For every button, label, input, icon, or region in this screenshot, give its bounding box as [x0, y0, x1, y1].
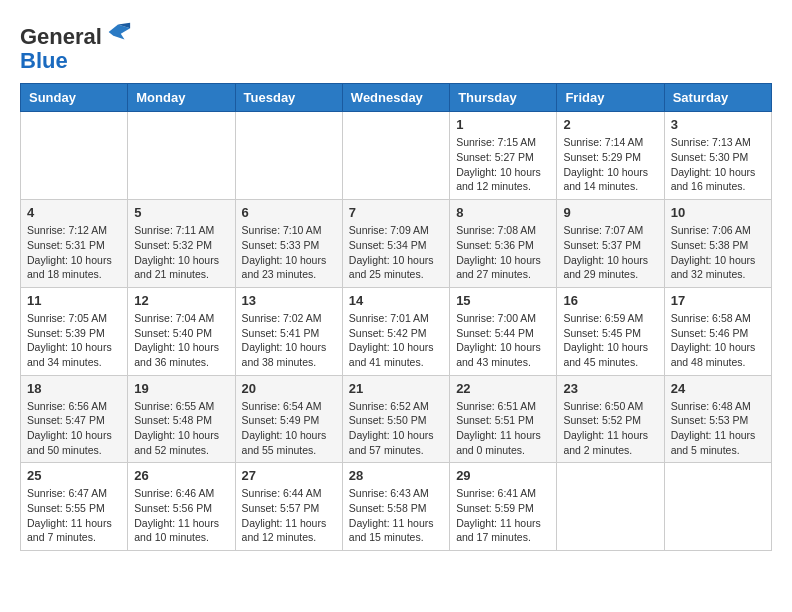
- calendar-cell: 13Sunrise: 7:02 AM Sunset: 5:41 PM Dayli…: [235, 287, 342, 375]
- day-number: 23: [563, 381, 657, 396]
- day-number: 20: [242, 381, 336, 396]
- day-info: Sunrise: 7:12 AM Sunset: 5:31 PM Dayligh…: [27, 223, 121, 282]
- day-number: 25: [27, 468, 121, 483]
- calendar-cell: 24Sunrise: 6:48 AM Sunset: 5:53 PM Dayli…: [664, 375, 771, 463]
- day-info: Sunrise: 7:10 AM Sunset: 5:33 PM Dayligh…: [242, 223, 336, 282]
- day-number: 21: [349, 381, 443, 396]
- calendar-cell: 21Sunrise: 6:52 AM Sunset: 5:50 PM Dayli…: [342, 375, 449, 463]
- calendar-cell: 15Sunrise: 7:00 AM Sunset: 5:44 PM Dayli…: [450, 287, 557, 375]
- day-number: 19: [134, 381, 228, 396]
- calendar-cell: 27Sunrise: 6:44 AM Sunset: 5:57 PM Dayli…: [235, 463, 342, 551]
- calendar-cell: 5Sunrise: 7:11 AM Sunset: 5:32 PM Daylig…: [128, 200, 235, 288]
- day-number: 13: [242, 293, 336, 308]
- day-info: Sunrise: 6:56 AM Sunset: 5:47 PM Dayligh…: [27, 399, 121, 458]
- calendar-cell: 26Sunrise: 6:46 AM Sunset: 5:56 PM Dayli…: [128, 463, 235, 551]
- day-info: Sunrise: 6:46 AM Sunset: 5:56 PM Dayligh…: [134, 486, 228, 545]
- calendar-cell: [342, 112, 449, 200]
- calendar-cell: 2Sunrise: 7:14 AM Sunset: 5:29 PM Daylig…: [557, 112, 664, 200]
- logo-blue: Blue: [20, 48, 68, 73]
- day-info: Sunrise: 6:41 AM Sunset: 5:59 PM Dayligh…: [456, 486, 550, 545]
- calendar-cell: 25Sunrise: 6:47 AM Sunset: 5:55 PM Dayli…: [21, 463, 128, 551]
- calendar-week-5: 25Sunrise: 6:47 AM Sunset: 5:55 PM Dayli…: [21, 463, 772, 551]
- day-number: 29: [456, 468, 550, 483]
- logo: General Blue: [20, 20, 132, 73]
- calendar-cell: 7Sunrise: 7:09 AM Sunset: 5:34 PM Daylig…: [342, 200, 449, 288]
- logo-bird-icon: [104, 20, 132, 44]
- weekday-header-wednesday: Wednesday: [342, 84, 449, 112]
- day-info: Sunrise: 7:02 AM Sunset: 5:41 PM Dayligh…: [242, 311, 336, 370]
- day-info: Sunrise: 6:59 AM Sunset: 5:45 PM Dayligh…: [563, 311, 657, 370]
- calendar-table: SundayMondayTuesdayWednesdayThursdayFrid…: [20, 83, 772, 551]
- calendar-cell: 4Sunrise: 7:12 AM Sunset: 5:31 PM Daylig…: [21, 200, 128, 288]
- day-number: 27: [242, 468, 336, 483]
- day-info: Sunrise: 6:54 AM Sunset: 5:49 PM Dayligh…: [242, 399, 336, 458]
- calendar-cell: [557, 463, 664, 551]
- day-number: 26: [134, 468, 228, 483]
- day-info: Sunrise: 7:09 AM Sunset: 5:34 PM Dayligh…: [349, 223, 443, 282]
- day-number: 10: [671, 205, 765, 220]
- day-info: Sunrise: 6:44 AM Sunset: 5:57 PM Dayligh…: [242, 486, 336, 545]
- calendar-cell: [235, 112, 342, 200]
- day-info: Sunrise: 7:14 AM Sunset: 5:29 PM Dayligh…: [563, 135, 657, 194]
- calendar-week-3: 11Sunrise: 7:05 AM Sunset: 5:39 PM Dayli…: [21, 287, 772, 375]
- calendar-cell: 3Sunrise: 7:13 AM Sunset: 5:30 PM Daylig…: [664, 112, 771, 200]
- day-number: 5: [134, 205, 228, 220]
- calendar-cell: 22Sunrise: 6:51 AM Sunset: 5:51 PM Dayli…: [450, 375, 557, 463]
- day-number: 12: [134, 293, 228, 308]
- day-number: 16: [563, 293, 657, 308]
- day-number: 24: [671, 381, 765, 396]
- calendar-cell: 8Sunrise: 7:08 AM Sunset: 5:36 PM Daylig…: [450, 200, 557, 288]
- day-number: 7: [349, 205, 443, 220]
- weekday-header-thursday: Thursday: [450, 84, 557, 112]
- day-number: 17: [671, 293, 765, 308]
- day-info: Sunrise: 7:01 AM Sunset: 5:42 PM Dayligh…: [349, 311, 443, 370]
- calendar-cell: 20Sunrise: 6:54 AM Sunset: 5:49 PM Dayli…: [235, 375, 342, 463]
- calendar-cell: 9Sunrise: 7:07 AM Sunset: 5:37 PM Daylig…: [557, 200, 664, 288]
- page-header: General Blue: [20, 20, 772, 73]
- day-info: Sunrise: 6:50 AM Sunset: 5:52 PM Dayligh…: [563, 399, 657, 458]
- day-info: Sunrise: 6:47 AM Sunset: 5:55 PM Dayligh…: [27, 486, 121, 545]
- day-number: 6: [242, 205, 336, 220]
- day-info: Sunrise: 7:00 AM Sunset: 5:44 PM Dayligh…: [456, 311, 550, 370]
- day-number: 2: [563, 117, 657, 132]
- day-info: Sunrise: 7:07 AM Sunset: 5:37 PM Dayligh…: [563, 223, 657, 282]
- day-number: 3: [671, 117, 765, 132]
- day-number: 18: [27, 381, 121, 396]
- calendar-cell: 10Sunrise: 7:06 AM Sunset: 5:38 PM Dayli…: [664, 200, 771, 288]
- day-info: Sunrise: 7:08 AM Sunset: 5:36 PM Dayligh…: [456, 223, 550, 282]
- calendar-week-4: 18Sunrise: 6:56 AM Sunset: 5:47 PM Dayli…: [21, 375, 772, 463]
- calendar-cell: 11Sunrise: 7:05 AM Sunset: 5:39 PM Dayli…: [21, 287, 128, 375]
- day-number: 28: [349, 468, 443, 483]
- calendar-cell: [664, 463, 771, 551]
- day-info: Sunrise: 6:43 AM Sunset: 5:58 PM Dayligh…: [349, 486, 443, 545]
- day-number: 15: [456, 293, 550, 308]
- day-info: Sunrise: 6:52 AM Sunset: 5:50 PM Dayligh…: [349, 399, 443, 458]
- day-number: 8: [456, 205, 550, 220]
- weekday-header-saturday: Saturday: [664, 84, 771, 112]
- weekday-header-tuesday: Tuesday: [235, 84, 342, 112]
- calendar-cell: 17Sunrise: 6:58 AM Sunset: 5:46 PM Dayli…: [664, 287, 771, 375]
- day-info: Sunrise: 7:15 AM Sunset: 5:27 PM Dayligh…: [456, 135, 550, 194]
- calendar-cell: 12Sunrise: 7:04 AM Sunset: 5:40 PM Dayli…: [128, 287, 235, 375]
- day-info: Sunrise: 6:48 AM Sunset: 5:53 PM Dayligh…: [671, 399, 765, 458]
- calendar-cell: 16Sunrise: 6:59 AM Sunset: 5:45 PM Dayli…: [557, 287, 664, 375]
- calendar-cell: 6Sunrise: 7:10 AM Sunset: 5:33 PM Daylig…: [235, 200, 342, 288]
- calendar-cell: 19Sunrise: 6:55 AM Sunset: 5:48 PM Dayli…: [128, 375, 235, 463]
- calendar-cell: 28Sunrise: 6:43 AM Sunset: 5:58 PM Dayli…: [342, 463, 449, 551]
- day-number: 14: [349, 293, 443, 308]
- calendar-cell: [21, 112, 128, 200]
- calendar-week-1: 1Sunrise: 7:15 AM Sunset: 5:27 PM Daylig…: [21, 112, 772, 200]
- weekday-header-friday: Friday: [557, 84, 664, 112]
- day-info: Sunrise: 7:05 AM Sunset: 5:39 PM Dayligh…: [27, 311, 121, 370]
- day-info: Sunrise: 7:11 AM Sunset: 5:32 PM Dayligh…: [134, 223, 228, 282]
- weekday-header-monday: Monday: [128, 84, 235, 112]
- weekday-header-row: SundayMondayTuesdayWednesdayThursdayFrid…: [21, 84, 772, 112]
- logo-general: General: [20, 24, 102, 49]
- day-info: Sunrise: 6:58 AM Sunset: 5:46 PM Dayligh…: [671, 311, 765, 370]
- day-number: 22: [456, 381, 550, 396]
- calendar-cell: 23Sunrise: 6:50 AM Sunset: 5:52 PM Dayli…: [557, 375, 664, 463]
- day-number: 4: [27, 205, 121, 220]
- calendar-cell: 14Sunrise: 7:01 AM Sunset: 5:42 PM Dayli…: [342, 287, 449, 375]
- day-info: Sunrise: 7:04 AM Sunset: 5:40 PM Dayligh…: [134, 311, 228, 370]
- day-number: 11: [27, 293, 121, 308]
